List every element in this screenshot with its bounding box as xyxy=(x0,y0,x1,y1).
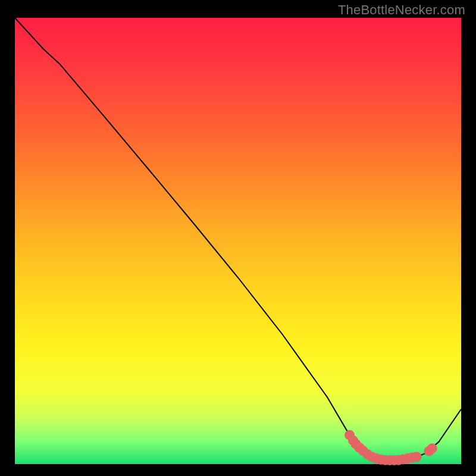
marker-dot xyxy=(427,443,437,453)
chart-container: TheBottleNecker.com xyxy=(0,0,476,476)
marker-dot xyxy=(412,452,422,462)
watermark-text: TheBottleNecker.com xyxy=(338,2,465,18)
plot-area xyxy=(15,18,461,464)
chart-svg xyxy=(0,0,476,476)
